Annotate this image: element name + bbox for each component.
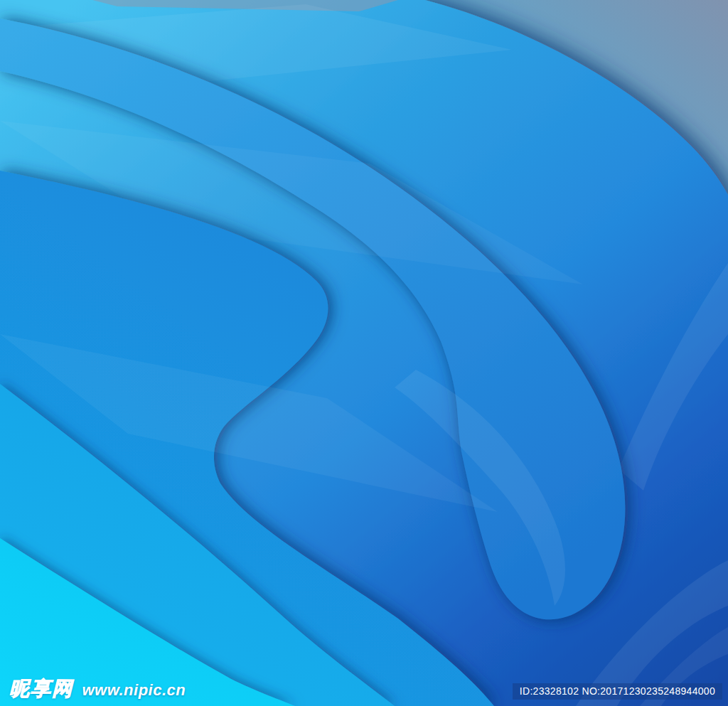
site-url: www.nipic.cn: [82, 681, 186, 699]
id-badge: ID:23328102 NO:20171230235248944000: [513, 683, 722, 700]
wave-artwork: [0, 0, 728, 706]
site-name: 昵享网: [9, 678, 73, 700]
abstract-blue-background-image: 昵享网 www.nipic.cn ID:23328102 NO:20171230…: [0, 0, 728, 706]
site-watermark: 昵享网 www.nipic.cn: [9, 675, 186, 702]
